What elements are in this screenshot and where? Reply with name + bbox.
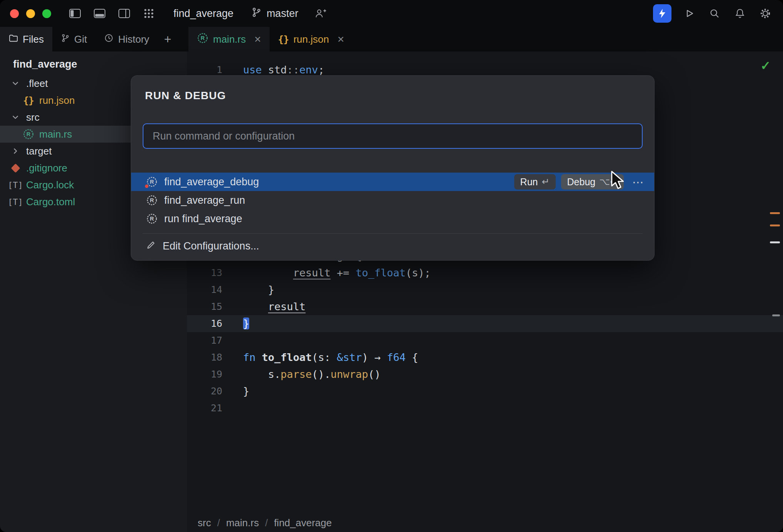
run-config-search-input[interactable]	[143, 123, 643, 149]
run-config-item-find-average-debug[interactable]: Rfind_average_debugRun↵Debug⌥↵⋯	[131, 173, 654, 191]
git-branch-selector[interactable]: master	[251, 7, 298, 20]
breadcrumb-find-average[interactable]: find_average	[274, 517, 332, 529]
code-text: }	[243, 281, 274, 298]
breadcrumb-separator: /	[265, 517, 268, 529]
tree-item-label: .fleet	[26, 78, 48, 90]
breadcrumb: src/main.rs/find_average	[187, 514, 783, 532]
titlebar: find_average master	[0, 0, 783, 27]
project-title[interactable]: find_average	[173, 8, 233, 20]
rust-config-icon: R	[146, 195, 158, 206]
close-tab-icon[interactable]: ×	[337, 33, 344, 45]
debug-badge	[144, 184, 149, 189]
run-debug-dialog: RUN & DEBUG Rfind_average_debugRun↵Debug…	[131, 75, 655, 261]
line-number[interactable]: 16	[187, 315, 222, 332]
chevron-down-icon	[9, 79, 22, 88]
code-text: }	[243, 383, 249, 400]
git-diamond-icon	[9, 165, 22, 171]
new-tab-button[interactable]: +	[158, 27, 178, 52]
line-number[interactable]: 19	[187, 366, 222, 383]
line-number[interactable]: 14	[187, 281, 222, 298]
breadcrumb-separator: /	[217, 517, 220, 529]
breadcrumb-main-rs[interactable]: main.rs	[226, 517, 259, 529]
code-line-21[interactable]: 21	[187, 400, 783, 417]
code-line-17[interactable]: 17	[187, 332, 783, 349]
workspaces-grid-icon[interactable]	[141, 6, 157, 21]
line-number[interactable]: 13	[187, 264, 222, 281]
code-line-18[interactable]: 18fn to_float(s: &str) → f64 {	[187, 349, 783, 366]
edit-configurations-item[interactable]: Edit Configurations...	[131, 237, 654, 255]
svg-text:R: R	[150, 216, 154, 222]
run-icon[interactable]	[681, 6, 697, 21]
code-line-19[interactable]: 19 s.parse().unwrap()	[187, 366, 783, 383]
chevron-down-icon	[9, 113, 22, 122]
line-number[interactable]: 17	[187, 332, 222, 349]
tab-history[interactable]: History	[95, 27, 158, 52]
zoom-window-button[interactable]	[42, 9, 51, 18]
collaborate-icon[interactable]	[313, 6, 328, 21]
code-text: result += to_float(s);	[243, 264, 431, 281]
svg-text:R: R	[27, 131, 31, 137]
line-number[interactable]: 20	[187, 383, 222, 400]
tree-item-label: src	[26, 111, 40, 123]
dialog-title: RUN & DEBUG	[131, 76, 654, 103]
edit-configurations-label: Edit Configurations...	[163, 240, 259, 252]
breadcrumb-src[interactable]: src	[198, 517, 211, 529]
json-file-icon: {}	[278, 33, 289, 45]
code-line-13[interactable]: 13 result += to_float(s);	[187, 264, 783, 281]
editor-tabs: R main.rs × {} run.json ×	[188, 27, 353, 52]
line-number[interactable]: 21	[187, 400, 222, 417]
close-window-button[interactable]	[10, 9, 19, 18]
fleet-window: find_average master	[0, 0, 783, 532]
tree-item-label: target	[26, 145, 52, 157]
code-text: s.parse().unwrap()	[243, 366, 381, 383]
tab-files-label: Files	[23, 33, 44, 45]
code-line-16[interactable]: 16}	[187, 315, 783, 332]
more-options-icon[interactable]: ⋯	[632, 175, 645, 189]
svg-text:R: R	[201, 35, 205, 41]
tree-item-label: .gitignore	[26, 162, 67, 174]
line-number[interactable]: 18	[187, 349, 222, 366]
svg-text:R: R	[150, 179, 154, 185]
run-button[interactable]: Run↵	[514, 174, 556, 190]
panel-tabs: Files Git History +	[0, 27, 187, 52]
toggle-right-panel-icon[interactable]	[117, 6, 132, 21]
folder-icon	[8, 33, 18, 46]
close-tab-icon[interactable]: ×	[254, 33, 261, 45]
chevron-right-icon	[9, 146, 22, 156]
editor-tab-label: run.json	[293, 33, 329, 45]
tree-item-label: main.rs	[39, 128, 72, 140]
settings-gear-icon[interactable]	[758, 6, 773, 21]
rust-file-icon: R	[197, 32, 208, 47]
editor-tab-label: main.rs	[213, 33, 246, 45]
notifications-bell-icon[interactable]	[732, 6, 748, 21]
line-number[interactable]: 15	[187, 298, 222, 315]
search-icon[interactable]	[707, 6, 722, 21]
run-debug-toolbar-button[interactable]	[653, 4, 671, 23]
scrollbar-mark	[772, 314, 780, 316]
code-line-20[interactable]: 20}	[187, 383, 783, 400]
tree-item-label: Cargo.toml	[26, 196, 75, 208]
project-root-label[interactable]: find_average	[0, 52, 187, 75]
code-line-14[interactable]: 14 }	[187, 281, 783, 298]
code-line-15[interactable]: 15 result	[187, 298, 783, 315]
scrollbar-mark	[770, 224, 780, 226]
tab-git[interactable]: Git	[52, 27, 95, 52]
svg-text:R: R	[150, 197, 154, 203]
clock-icon	[104, 33, 114, 46]
tab-files[interactable]: Files	[0, 27, 52, 52]
rust-icon: R	[22, 128, 35, 140]
minimize-window-button[interactable]	[26, 9, 35, 18]
run-config-item-run-find-average[interactable]: Rrun find_average	[131, 209, 654, 228]
editor-tab-main-rs[interactable]: R main.rs ×	[188, 27, 270, 52]
toggle-left-panel-icon[interactable]	[67, 6, 83, 21]
tree-item-label: Cargo.lock	[26, 179, 74, 191]
pencil-icon	[146, 239, 157, 253]
braces-icon: {}	[22, 95, 35, 106]
code-text: }	[243, 315, 249, 332]
toggle-bottom-panel-icon[interactable]	[92, 6, 107, 21]
tab-strip: Files Git History + R main.rs ×	[0, 27, 783, 52]
editor-tab-run-json[interactable]: {} run.json ×	[270, 27, 353, 52]
scrollbar-mark	[770, 241, 780, 243]
window-controls	[10, 9, 51, 18]
run-config-item-find-average-run[interactable]: Rfind_average_run	[131, 191, 654, 209]
